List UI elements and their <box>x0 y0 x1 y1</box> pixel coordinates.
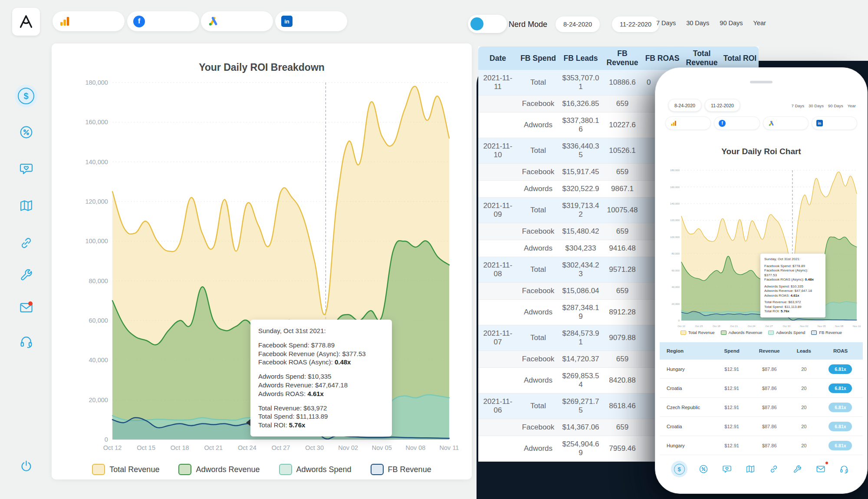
phone-platform-toggle-facebook[interactable]: f <box>714 116 760 130</box>
region-row[interactable]: Hungary$12.91$87.86206.81x <box>660 360 863 379</box>
sidebar-item-percent[interactable] <box>15 121 37 143</box>
sidebar-item-tools[interactable] <box>15 263 37 286</box>
table-cell: 10526.1 <box>602 138 642 164</box>
table-cell <box>478 181 517 198</box>
chart-legend: Total RevenueAdwords RevenueAdwords Spen… <box>52 464 472 475</box>
sidebar-item-links[interactable] <box>15 231 37 254</box>
range-button[interactable]: 30 Days <box>809 103 824 108</box>
roas-badge[interactable]: 6.81x <box>829 403 852 412</box>
x-axis-tick-label: Oct 12 <box>103 444 122 451</box>
x-axis-tick-label: Oct 27 <box>765 325 773 327</box>
phone-platform-toggle-google-analytics[interactable] <box>665 116 711 130</box>
legend-item[interactable]: Adwords Spend <box>768 330 805 335</box>
mail-icon[interactable] <box>813 462 828 476</box>
x-axis-tick-label: Oct 18 <box>713 325 720 327</box>
region-row[interactable]: Croatia$12.91$87.86206.81x <box>660 379 863 398</box>
roas-badge[interactable]: 6.81x <box>829 383 852 393</box>
table-cell: 659 <box>602 419 642 436</box>
roas-badge[interactable]: 6.81x <box>829 364 852 374</box>
roas-badge[interactable]: 6.81x <box>829 441 852 450</box>
nerd-mode-toggle[interactable] <box>468 15 507 33</box>
range-button[interactable]: 7 Days <box>656 20 676 26</box>
phone-platform-toggle-linkedin[interactable]: in <box>812 116 857 130</box>
heart-chat-icon[interactable] <box>720 462 734 476</box>
roas-badge[interactable]: 6.81x <box>829 422 852 431</box>
y-axis-tick-label: 80,000 <box>89 278 108 284</box>
legend-item[interactable]: FB Revenue <box>371 464 431 475</box>
range-button[interactable]: 30 Days <box>686 20 709 26</box>
table-cell <box>478 240 517 257</box>
sidebar-item-logout[interactable] <box>15 455 37 477</box>
platform-toggle-facebook[interactable]: f <box>127 11 199 31</box>
table-cell <box>478 96 517 112</box>
range-button[interactable]: Year <box>753 20 766 26</box>
table-cell <box>478 112 517 138</box>
map-icon[interactable] <box>743 462 758 476</box>
table-cell <box>478 164 517 181</box>
legend-swatch <box>92 464 105 475</box>
link-icon <box>19 236 33 250</box>
phone-nav-roi dollar-icon[interactable]: $ <box>671 461 687 477</box>
table-cell: 2021-11-11 <box>478 70 517 96</box>
phone-date-to-button[interactable]: 11-22-2020 <box>705 99 740 112</box>
phone-region-table: RegionSpendRevenueLeadsROAS Hungary$12.9… <box>660 342 863 455</box>
table-cell: Facebook <box>517 419 559 436</box>
phone-table-cell: 20 <box>790 443 819 448</box>
table-cell: Facebook <box>517 96 559 112</box>
region-row[interactable]: Croatia$12.91$87.86206.81x <box>660 417 863 436</box>
table-cell: $254,904.69 <box>559 436 602 462</box>
sidebar-item-campaigns[interactable] <box>15 194 37 217</box>
x-axis-tick-label: Oct 21 <box>204 444 223 451</box>
sidebar-item-roi[interactable]: $ <box>15 85 37 107</box>
table-cell: $302,434.23 <box>559 257 602 283</box>
y-axis-tick-label: 20,000 <box>89 397 108 403</box>
x-axis-tick-label: Oct 24 <box>748 325 756 327</box>
legend-item[interactable]: Adwords Revenue <box>721 330 763 335</box>
table-cell: 2021-11-10 <box>478 138 517 164</box>
date-from-button[interactable]: 8-24-2020 <box>556 17 600 32</box>
legend-item[interactable]: Total Revenue <box>681 330 715 335</box>
phone-table-header: Leads <box>790 348 819 354</box>
facebook-icon: f <box>719 120 726 127</box>
dashboard: f in Nerd Mode 8-24-2020 11-22-2020 7 Da… <box>0 0 868 499</box>
platform-toggle-google-ads[interactable] <box>201 11 273 31</box>
table-cell: Adwords <box>517 112 559 138</box>
legend-label: Adwords Revenue <box>196 465 260 474</box>
legend-item[interactable]: FB Revenue <box>811 330 842 335</box>
phone-date-from-button[interactable]: 8-24-2020 <box>668 99 701 112</box>
phone-platform-toggle-google-ads[interactable] <box>763 116 809 130</box>
sidebar-item-support[interactable] <box>15 330 37 353</box>
legend-item[interactable]: Total Revenue <box>92 464 159 475</box>
platform-toggle-linkedin[interactable]: in <box>275 11 347 31</box>
wrench-icon[interactable] <box>790 462 805 476</box>
app-logo[interactable] <box>12 8 40 36</box>
table-cell: Adwords <box>517 300 559 325</box>
range-button[interactable]: 90 Days <box>720 20 743 26</box>
table-cell: $320,522.9 <box>559 181 602 198</box>
range-button[interactable]: 7 Days <box>792 103 805 108</box>
facebook-icon: f <box>133 16 145 27</box>
headset-icon[interactable] <box>837 462 852 476</box>
phone-table-header: Region <box>660 348 714 354</box>
date-to-button[interactable]: 11-22-2020 <box>612 17 659 32</box>
legend-item[interactable]: Adwords Spend <box>279 464 352 475</box>
region-row[interactable]: Hungary$12.91$87.86206.81x <box>660 436 863 455</box>
sidebar-item-engagement[interactable] <box>15 157 37 180</box>
phone-table-cell: $87.86 <box>749 386 790 391</box>
sidebar-item-mail[interactable] <box>15 296 37 319</box>
legend-item[interactable]: Adwords Revenue <box>178 464 260 475</box>
region-row[interactable]: Czech Republic$12.91$87.86206.81x <box>660 398 863 417</box>
range-button[interactable]: Year <box>848 103 856 108</box>
range-button[interactable]: 90 Days <box>828 103 843 108</box>
platform-toggle-google-analytics[interactable] <box>53 11 125 31</box>
y-axis-tick-label: 180,000 <box>85 79 108 86</box>
percent-icon[interactable] <box>696 462 711 476</box>
legend-swatch <box>811 330 817 335</box>
table-cell: 659 <box>602 223 642 240</box>
table-cell: 659 <box>602 351 642 368</box>
table-cell: 10227.6 <box>602 112 642 138</box>
link-icon[interactable] <box>766 462 781 476</box>
legend-label: Total Revenue <box>109 465 159 474</box>
tooltip-line: Total Revenue: $63,972 <box>764 300 822 305</box>
wrench-icon <box>19 268 33 282</box>
